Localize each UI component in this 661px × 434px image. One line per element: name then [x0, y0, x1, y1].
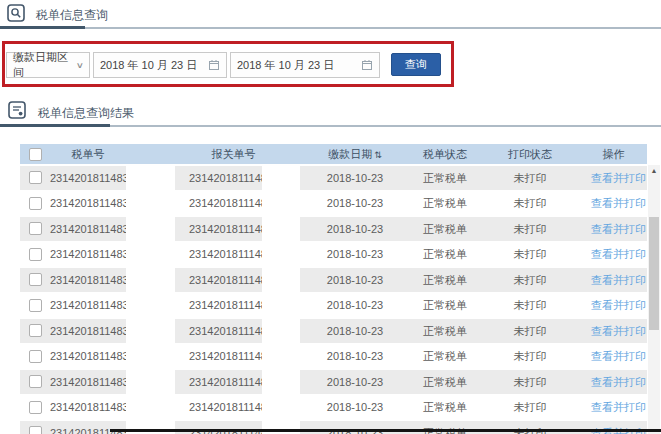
- tax-no-cell: 2314201811483: [50, 268, 126, 292]
- checkbox-cell: [20, 421, 50, 434]
- table-header-row: 税单号 报关单号 缴款日期⇅ 税单状态 打印状态 操作: [20, 144, 647, 164]
- view-print-link[interactable]: 查看并打印: [591, 274, 646, 286]
- view-print-link[interactable]: 查看并打印: [591, 223, 646, 235]
- row-segment: 2314201811148: [175, 344, 262, 368]
- row-segment: 2314201811483: [20, 344, 126, 368]
- row-segment: 2314201811148: [175, 370, 262, 394]
- table-row: 2314201811483 2314201811148 2018-10-23 正…: [20, 293, 647, 317]
- view-print-link[interactable]: 查看并打印: [591, 197, 646, 209]
- search-bar: 缴款日期区间 ∨ 2018 年 10 月 23 日 2018 年 10 月 23…: [6, 52, 441, 78]
- date-from-value: 2018 年 10 月 23 日: [100, 58, 197, 73]
- declaration-no-cell: 2314201811148: [175, 191, 262, 215]
- vertical-scrollbar[interactable]: ▲: [648, 165, 660, 434]
- view-print-link[interactable]: 查看并打印: [591, 376, 646, 388]
- row-checkbox[interactable]: [29, 222, 42, 235]
- row-checkbox[interactable]: [29, 350, 42, 363]
- checkbox-cell: [20, 242, 50, 266]
- declaration-no-cell: 2314201811148: [175, 166, 262, 190]
- row-checkbox[interactable]: [29, 375, 42, 388]
- declaration-no-cell: 2314201811148: [175, 319, 262, 343]
- row-segment: 2018-10-23 正常税单 未打印 查看并打印: [300, 166, 647, 190]
- checkbox-cell: [20, 166, 50, 190]
- print-status-cell: 未打印: [480, 166, 580, 190]
- column-gutter: [126, 191, 175, 215]
- tax-no-cell: 2314201811483: [50, 191, 126, 215]
- action-cell: 查看并打印: [580, 344, 647, 368]
- column-gutter: [262, 395, 300, 419]
- row-checkbox[interactable]: [29, 401, 42, 414]
- column-gutter: [126, 319, 175, 343]
- action-cell: 查看并打印: [580, 191, 647, 215]
- print-status-cell: 未打印: [480, 217, 580, 241]
- declaration-no-cell: 2314201811148: [175, 242, 262, 266]
- status-cell: 正常税单: [410, 370, 480, 394]
- row-segment: 2018-10-23 正常税单 未打印 查看并打印: [300, 217, 647, 241]
- row-segment: 2314201811483: [20, 370, 126, 394]
- table-body: 2314201811483 2314201811148 2018-10-23 正…: [20, 164, 647, 434]
- select-all-cell: [20, 144, 50, 164]
- action-cell: 查看并打印: [580, 293, 647, 317]
- row-segment: 2314201811483: [20, 293, 126, 317]
- pay-date-cell: 2018-10-23: [300, 293, 410, 317]
- date-from-input[interactable]: 2018 年 10 月 23 日: [93, 52, 227, 78]
- view-print-link[interactable]: 查看并打印: [591, 299, 646, 311]
- print-status-cell: 未打印: [480, 191, 580, 215]
- scrollbar-thumb[interactable]: [649, 217, 659, 330]
- column-gutter: [126, 268, 175, 292]
- status-cell: 正常税单: [410, 344, 480, 368]
- row-segment: 2314201811483: [20, 319, 126, 343]
- query-button[interactable]: 查询: [391, 53, 441, 76]
- action-cell: 查看并打印: [580, 319, 647, 343]
- row-segment: 2314201811148: [175, 268, 262, 292]
- date-range-type-select[interactable]: 缴款日期区间 ∨: [6, 52, 90, 78]
- print-status-cell: 未打印: [480, 242, 580, 266]
- view-print-link[interactable]: 查看并打印: [591, 248, 646, 260]
- column-gutter: [262, 217, 300, 241]
- row-segment: 2018-10-23 正常税单 未打印 查看并打印: [300, 319, 647, 343]
- tax-table: 税单号 报关单号 缴款日期⇅ 税单状态 打印状态 操作 231420181148…: [20, 144, 647, 434]
- row-segment: 2314201811148: [175, 395, 262, 419]
- action-cell: 查看并打印: [580, 217, 647, 241]
- select-all-checkbox[interactable]: [29, 148, 42, 161]
- declaration-no-cell: 2314201811148: [175, 370, 262, 394]
- date-to-input[interactable]: 2018 年 10 月 23 日: [230, 52, 380, 78]
- calendar-icon: [361, 59, 373, 71]
- column-gutter: [262, 268, 300, 292]
- pay-date-cell: 2018-10-23: [300, 191, 410, 215]
- status-cell: 正常税单: [410, 319, 480, 343]
- result-section-title: 税单信息查询结果: [38, 105, 134, 122]
- column-header-declaration-no: 报关单号: [175, 144, 262, 164]
- pay-date-cell: 2018-10-23: [300, 395, 410, 419]
- row-checkbox[interactable]: [29, 299, 42, 312]
- scroll-up-icon[interactable]: ▲: [648, 165, 660, 177]
- calendar-icon: [208, 59, 220, 71]
- row-segment: 2314201811148: [175, 293, 262, 317]
- row-checkbox[interactable]: [29, 426, 42, 434]
- row-checkbox[interactable]: [29, 273, 42, 286]
- tax-no-cell: 2314201811483: [50, 293, 126, 317]
- view-print-link[interactable]: 查看并打印: [591, 325, 646, 337]
- tax-no-cell: 2314201811483: [50, 344, 126, 368]
- tax-no-cell: 2314201811483: [50, 395, 126, 419]
- row-segment: 2314201811483: [20, 395, 126, 419]
- view-print-link[interactable]: 查看并打印: [591, 401, 646, 413]
- declaration-no-cell: 2314201811148: [175, 395, 262, 419]
- row-segment: 2018-10-23 正常税单 未打印 查看并打印: [300, 191, 647, 215]
- action-cell: 查看并打印: [580, 166, 647, 190]
- tax-no-cell: 2314201811483: [50, 166, 126, 190]
- sort-icon[interactable]: ⇅: [374, 150, 382, 160]
- status-cell: 正常税单: [410, 191, 480, 215]
- checkbox-cell: [20, 293, 50, 317]
- pay-date-cell: 2018-10-23: [300, 217, 410, 241]
- row-checkbox[interactable]: [29, 248, 42, 261]
- declaration-no-cell: 2314201811148: [175, 293, 262, 317]
- row-checkbox[interactable]: [29, 324, 42, 337]
- view-print-link[interactable]: 查看并打印: [591, 172, 646, 184]
- column-header-pay-date[interactable]: 缴款日期⇅: [300, 144, 410, 164]
- status-cell: 正常税单: [410, 217, 480, 241]
- status-cell: 正常税单: [410, 242, 480, 266]
- checkbox-cell: [20, 217, 50, 241]
- row-checkbox[interactable]: [29, 197, 42, 210]
- view-print-link[interactable]: 查看并打印: [591, 350, 646, 362]
- row-checkbox[interactable]: [29, 171, 42, 184]
